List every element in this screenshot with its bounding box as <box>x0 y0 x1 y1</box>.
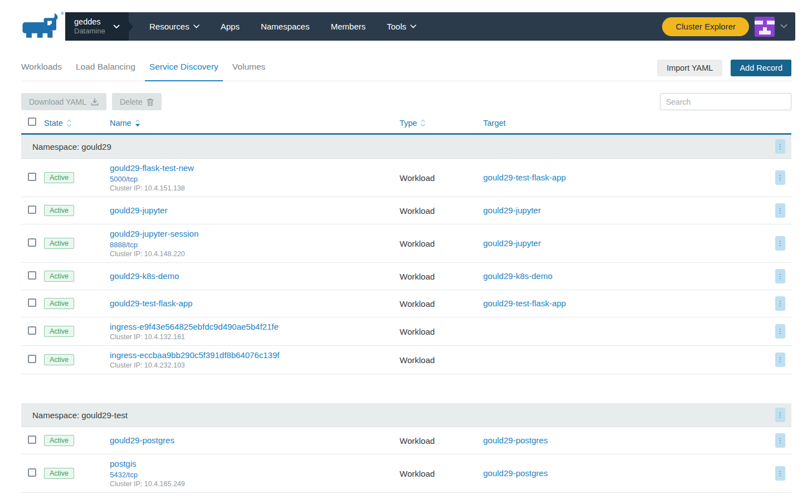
cluster-ip: Cluster IP: 10.4.148.220 <box>110 249 400 258</box>
column-header-name[interactable]: Name <box>110 119 400 128</box>
row-checkbox[interactable] <box>28 436 36 444</box>
table-row: Active gould29-jupyter Workload gould29-… <box>21 197 791 224</box>
target-link[interactable]: gould29-jupyter <box>483 238 541 248</box>
row-checkbox[interactable] <box>28 173 36 181</box>
chevron-down-icon <box>410 25 416 28</box>
tab-workloads[interactable]: Workloads <box>17 58 66 81</box>
service-name-link[interactable]: gould29-k8s-demo <box>110 271 400 282</box>
import-yaml-button[interactable]: Import YAML <box>657 60 722 76</box>
service-name-link[interactable]: ingress-e9f43e564825ebfdc9d490ae5b4f21fe <box>110 321 400 332</box>
namespace-group-gould29-test: Namespace: gould29-test ⋮ Active gould29… <box>21 403 791 493</box>
namespace-group-header: Namespace: gould29 ⋮ <box>21 135 791 159</box>
chevron-down-icon <box>113 25 120 29</box>
nav-item-label: Tools <box>387 22 406 31</box>
cluster-explorer-button[interactable]: Cluster Explorer <box>662 17 749 36</box>
top-header: ® geddes Datamine Resources Apps Namespa… <box>0 0 812 41</box>
row-checkbox[interactable] <box>28 468 36 477</box>
service-type: Workload <box>400 206 483 216</box>
service-name-link[interactable]: gould29-test-flask-app <box>110 298 400 309</box>
status-badge: Active <box>44 354 74 365</box>
group-actions-menu-button[interactable]: ⋮ <box>775 408 785 422</box>
bulk-actions-toolbar: Download YAML Delete <box>21 93 791 110</box>
cluster-name: geddes <box>74 17 105 27</box>
table-row: Active gould29-k8s-demo Workload gould29… <box>21 263 791 290</box>
cluster-project-dropdown[interactable]: geddes Datamine <box>65 12 129 41</box>
row-actions-menu-button[interactable]: ⋮ <box>775 466 785 481</box>
row-actions-menu-button[interactable]: ⋮ <box>775 236 785 251</box>
download-yaml-label: Download YAML <box>29 97 86 106</box>
row-actions-menu-button[interactable]: ⋮ <box>775 433 785 448</box>
rancher-logo[interactable]: ® <box>21 12 65 41</box>
service-name-link[interactable]: gould29-postgres <box>110 435 400 446</box>
navbar-right: Cluster Explorer <box>662 12 795 41</box>
nav-item-resources[interactable]: Resources <box>139 22 210 31</box>
target-link[interactable]: gould29-postgres <box>483 468 548 478</box>
sort-icon-active <box>135 119 140 128</box>
namespace-label: Namespace: gould29-test <box>32 410 775 420</box>
target-link[interactable]: gould29-k8s-demo <box>483 271 552 281</box>
target-link[interactable]: gould29-test-flask-app <box>483 173 566 182</box>
tab-service-discovery[interactable]: Service Discovery <box>145 58 223 81</box>
service-port: 5432/tcp <box>110 470 400 479</box>
user-menu-chevron-icon[interactable] <box>780 24 787 29</box>
status-badge: Active <box>44 298 74 309</box>
nav-item-members[interactable]: Members <box>320 22 376 31</box>
page-content: Workloads Load Balancing Service Discove… <box>21 58 791 493</box>
service-type: Workload <box>400 239 483 248</box>
nav-item-tools[interactable]: Tools <box>376 22 427 31</box>
download-icon <box>91 98 99 106</box>
service-name-link[interactable]: gould29-jupyter-session <box>110 228 400 239</box>
nav-item-label: Members <box>330 22 366 31</box>
row-checkbox[interactable] <box>28 299 36 307</box>
row-checkbox[interactable] <box>28 205 36 214</box>
group-actions-menu-button[interactable]: ⋮ <box>775 139 785 154</box>
select-all-checkbox[interactable] <box>28 118 36 126</box>
row-actions-menu-button[interactable]: ⋮ <box>775 170 785 185</box>
add-record-button[interactable]: Add Record <box>731 60 791 76</box>
row-actions-menu-button[interactable]: ⋮ <box>775 324 785 339</box>
target-link[interactable]: gould29-test-flask-app <box>483 299 566 308</box>
nav-item-namespaces[interactable]: Namespaces <box>250 22 320 31</box>
row-actions-menu-button[interactable]: ⋮ <box>775 353 785 367</box>
service-name-link[interactable]: gould29-jupyter <box>110 205 400 216</box>
table-row: Active gould29-flask-test-new 5000/tcp C… <box>21 159 791 197</box>
download-yaml-button[interactable]: Download YAML <box>21 93 106 110</box>
row-checkbox[interactable] <box>28 355 36 363</box>
sort-icon <box>420 119 426 128</box>
service-type: Workload <box>400 436 483 446</box>
column-label: Name <box>110 119 132 128</box>
column-label: State <box>44 119 63 128</box>
column-header-type[interactable]: Type <box>400 119 483 128</box>
trash-icon <box>147 98 154 106</box>
row-actions-menu-button[interactable]: ⋮ <box>775 203 785 218</box>
delete-button[interactable]: Delete <box>112 93 162 110</box>
chevron-down-icon <box>193 25 200 28</box>
row-checkbox[interactable] <box>28 271 36 280</box>
service-port: 5000/tcp <box>110 174 400 184</box>
tab-volumes[interactable]: Volumes <box>228 58 270 81</box>
table-header-row: State Name Type Target <box>21 118 791 135</box>
cluster-ip: Cluster IP: 10.4.232.103 <box>110 361 400 370</box>
row-actions-menu-button[interactable]: ⋮ <box>775 296 785 311</box>
target-link[interactable]: gould29-postgres <box>483 436 548 445</box>
nav-item-label: Resources <box>149 22 189 31</box>
nav-item-apps[interactable]: Apps <box>210 22 250 31</box>
service-type: Workload <box>400 327 483 336</box>
user-avatar[interactable] <box>755 17 775 37</box>
tab-load-balancing[interactable]: Load Balancing <box>71 58 140 81</box>
service-type: Workload <box>400 272 483 281</box>
service-type: Workload <box>400 355 483 365</box>
row-actions-menu-button[interactable]: ⋮ <box>775 269 785 283</box>
status-badge: Active <box>44 326 74 337</box>
row-checkbox[interactable] <box>28 326 36 335</box>
column-header-state[interactable]: State <box>44 119 110 128</box>
service-name-link[interactable]: gould29-flask-test-new <box>110 163 400 174</box>
service-name-link[interactable]: postgis <box>110 458 400 469</box>
service-name-link[interactable]: ingress-eccbaa9bb290c5f391df8b64076c139f <box>110 350 400 361</box>
search-input[interactable] <box>660 93 791 110</box>
table-row: Active gould29-test-flask-app Workload g… <box>21 290 791 317</box>
target-link[interactable]: gould29-jupyter <box>483 205 541 215</box>
column-header-target[interactable]: Target <box>483 119 769 128</box>
row-checkbox[interactable] <box>28 238 36 247</box>
namespace-group-header: Namespace: gould29-test ⋮ <box>21 403 791 427</box>
